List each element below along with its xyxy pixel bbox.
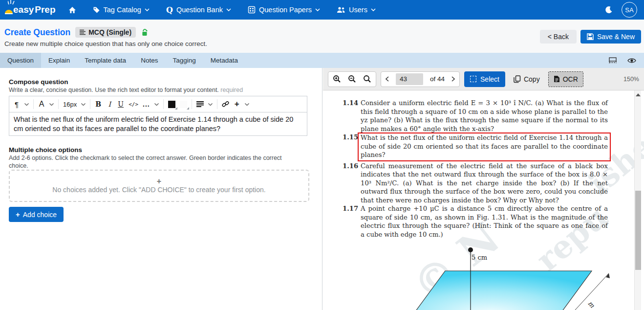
tag-icon (93, 6, 100, 14)
question-text: Consider a uniform electric field E = 3 … (361, 99, 608, 133)
zoom-in-icon[interactable] (333, 75, 341, 83)
empty-choices-dropzone[interactable]: + No choices added yet. Click "ADD CHOIC… (9, 170, 309, 202)
scroll-up-arrow-icon[interactable] (636, 93, 641, 96)
figure-1-31 (396, 246, 621, 310)
chevron-down-icon[interactable] (245, 103, 249, 106)
question-text-input[interactable]: What is the net flux of the uniform elec… (9, 112, 307, 135)
scrollbar-thumb[interactable] (635, 191, 641, 270)
plus-icon: + (16, 210, 20, 219)
tab-tagging[interactable]: Tagging (165, 53, 203, 68)
chevron-down-icon[interactable] (24, 103, 29, 106)
pdf-question-1-16: 1.16 Careful measurement of the electric… (343, 162, 608, 205)
bg-color-swatch[interactable] (180, 101, 187, 108)
options-help-text: Add 2-6 options. Click the checkmark to … (9, 155, 302, 170)
tab-notes[interactable]: Notes (133, 53, 165, 68)
copy-button[interactable]: Copy (510, 71, 544, 87)
logo-text-1: easy (13, 4, 34, 15)
users-icon (337, 6, 345, 13)
plus-icon: + (157, 178, 161, 185)
pdf-question-1-14: 1.14 Consider a uniform electric field E… (343, 99, 608, 133)
pdf-question-1-17: 1.17 A point charge +10 μC is a distance… (343, 204, 608, 239)
document-icon (554, 75, 560, 83)
pdf-questions: 1.14 Consider a uniform electric field E… (343, 99, 608, 239)
back-button[interactable]: < Back (540, 30, 577, 44)
insert-plus-button[interactable]: + (234, 98, 240, 110)
question-text: A point charge +10 μC is a distance 5 cm… (361, 204, 608, 239)
zoom-reset-icon[interactable] (363, 75, 371, 83)
chevron-down-icon[interactable] (49, 103, 54, 106)
underline-button[interactable]: U (117, 98, 124, 110)
more-options-button[interactable]: ... (143, 98, 150, 110)
chevron-left-icon[interactable] (386, 76, 389, 82)
editor-toolbar: ¶ A 16px B I U </> ... + (9, 96, 307, 112)
zoom-controls-group (328, 71, 376, 87)
align-icon[interactable] (196, 98, 204, 110)
nav-item-label: Question Bank (176, 6, 223, 14)
app-logo[interactable]: easyPrep (5, 4, 56, 15)
question-editor-panel: Compose question Write a clear, concise … (0, 68, 322, 310)
paragraph-format-button[interactable]: ¶ (13, 98, 20, 110)
logo-rays-icon (8, 0, 17, 5)
compose-help-text: Write a clear, concise question. Use the… (9, 87, 219, 93)
avatar[interactable]: SA (622, 2, 637, 18)
tab-template-data[interactable]: Template data (77, 53, 133, 68)
nav-item-question-bank[interactable]: Q Question Bank (166, 5, 231, 15)
zoom-level-label: 150% (623, 76, 639, 83)
tab-question[interactable]: Question (0, 53, 41, 68)
page-navigation-group: of 44 (381, 71, 460, 87)
nav-home[interactable] (68, 6, 76, 14)
chevron-down-icon[interactable] (208, 103, 213, 106)
link-icon[interactable] (222, 98, 229, 110)
text-color-swatch[interactable] (168, 101, 175, 108)
page-number-input[interactable] (396, 73, 423, 85)
nav-item-label: Question Papers (259, 6, 312, 14)
tab-bar: Question Explain Template data Notes Tag… (0, 53, 644, 68)
question-number: 1.16 (343, 162, 361, 205)
select-region-icon (470, 76, 476, 82)
page-subtitle: Create new multiple choice question that… (4, 40, 207, 47)
chevron-down-icon (226, 8, 231, 11)
required-label: required (220, 87, 243, 93)
ocr-button[interactable]: OCR (548, 71, 583, 87)
q-icon: Q (166, 5, 173, 15)
chevron-down-icon (371, 8, 376, 11)
question-type-badge: MCQ (Single) (75, 27, 136, 38)
code-view-button[interactable]: </> (129, 98, 138, 110)
font-size-button[interactable]: 16px (63, 98, 77, 110)
add-choice-button[interactable]: + Add choice (9, 207, 64, 222)
eye-icon[interactable] (627, 58, 636, 64)
pdf-toolbar: of 44 Select Copy OCR 150% (323, 68, 644, 90)
tab-metadata[interactable]: Metadata (203, 53, 245, 68)
papers-icon (248, 6, 256, 14)
page-count-label: of 44 (430, 75, 445, 83)
empty-choices-message: No choices added yet. Click "ADD CHOICE"… (52, 186, 265, 194)
page-title: Create Question (4, 27, 70, 38)
italic-button[interactable]: I (106, 98, 113, 110)
unlock-icon (141, 28, 149, 36)
chevron-down-icon[interactable] (81, 103, 86, 106)
question-number: 1.14 (343, 99, 361, 133)
font-family-button[interactable]: A (38, 98, 45, 110)
logo-text-2: P (35, 4, 41, 15)
chevron-down-icon[interactable] (154, 103, 159, 106)
save-icon (587, 33, 594, 40)
logo-text-3: rep (41, 4, 56, 15)
figure-distance-label: 5 cm (472, 254, 487, 261)
split-view-icon[interactable] (609, 57, 617, 64)
bold-button[interactable]: B (95, 98, 102, 110)
save-and-new-button[interactable]: Save & New (580, 30, 641, 44)
nav-item-tag-catalog[interactable]: Tag Catalog (93, 6, 150, 14)
pdf-page: © N he repu ished 1.14 Consider a unifor… (323, 90, 644, 310)
moon-icon[interactable] (604, 6, 613, 14)
compose-question-title: Compose question (9, 78, 68, 86)
pdf-scrollbar[interactable] (634, 90, 641, 310)
tab-explain[interactable]: Explain (41, 53, 77, 68)
top-navbar: easyPrep Tag Catalog Q Question Bank Que… (0, 0, 644, 20)
zoom-out-icon[interactable] (348, 75, 356, 83)
home-icon (68, 6, 76, 14)
question-text: Careful measurement of the electric fiel… (361, 162, 608, 205)
nav-item-users[interactable]: Users (337, 6, 376, 14)
chevron-right-icon[interactable] (451, 76, 455, 82)
nav-item-question-papers[interactable]: Question Papers (248, 6, 320, 14)
select-tool-button[interactable]: Select (464, 71, 505, 87)
